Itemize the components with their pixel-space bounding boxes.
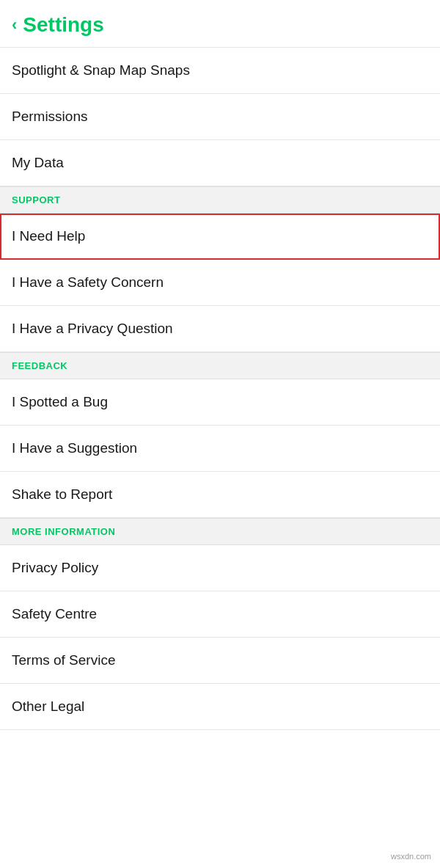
menu-item-other-legal[interactable]: Other Legal [0,684,440,730]
menu-item-permissions[interactable]: Permissions [0,94,440,140]
menu-item-i-have-a-safety-concern[interactable]: I Have a Safety Concern [0,260,440,306]
watermark: wsxdn.com [388,850,434,862]
menu-item-shake-to-report[interactable]: Shake to Report [0,472,440,518]
section-header-feedback: FEEDBACK [0,352,440,379]
settings-header: ‹ Settings [0,0,440,48]
back-icon[interactable]: ‹ [12,15,17,34]
menu-item-i-have-a-privacy-question[interactable]: I Have a Privacy Question [0,306,440,352]
menu-item-i-have-a-suggestion[interactable]: I Have a Suggestion [0,426,440,472]
section-header-support: SUPPORT [0,186,440,214]
menu-item-my-data[interactable]: My Data [0,140,440,186]
page-title: Settings [23,13,103,37]
menu-item-safety-centre[interactable]: Safety Centre [0,591,440,638]
menu-item-terms-of-service[interactable]: Terms of Service [0,638,440,684]
menu-item-i-spotted-a-bug[interactable]: I Spotted a Bug [0,379,440,426]
menu-list: Spotlight & Snap Map SnapsPermissionsMy … [0,48,440,730]
menu-item-i-need-help[interactable]: I Need Help [0,214,440,260]
menu-item-spotlight-&-snap-map-snaps[interactable]: Spotlight & Snap Map Snaps [0,48,440,94]
section-header-more-information: MORE INFORMATION [0,518,440,545]
menu-item-privacy-policy[interactable]: Privacy Policy [0,545,440,591]
